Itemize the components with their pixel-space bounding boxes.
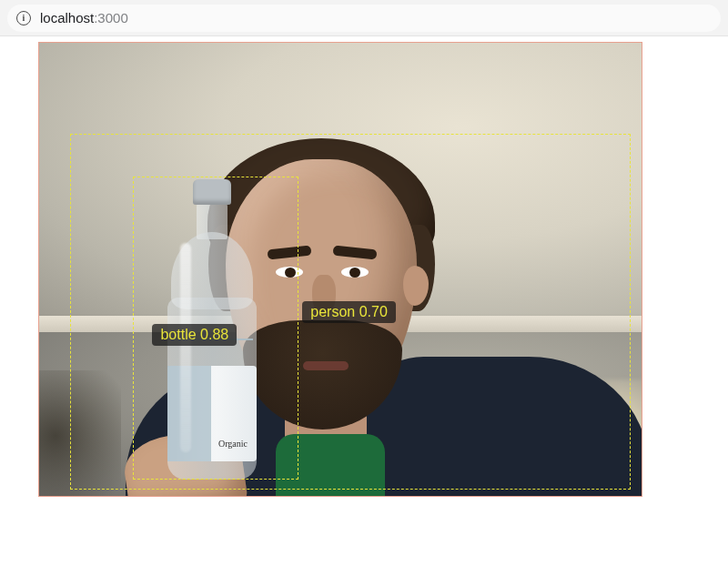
page-content: Organic person 0.70bottle 0.88 (0, 36, 728, 497)
address-bar-field[interactable]: i localhost:3000 (7, 5, 721, 32)
browser-address-bar: i localhost:3000 (0, 0, 728, 36)
url-host: localhost (40, 10, 94, 25)
detection-label-bottle: bottle 0.88 (152, 324, 237, 346)
url-port: :3000 (94, 10, 128, 25)
info-icon[interactable]: i (16, 11, 31, 25)
detection-viewport: Organic person 0.70bottle 0.88 (38, 42, 642, 497)
detection-label-person: person 0.70 (302, 301, 396, 323)
